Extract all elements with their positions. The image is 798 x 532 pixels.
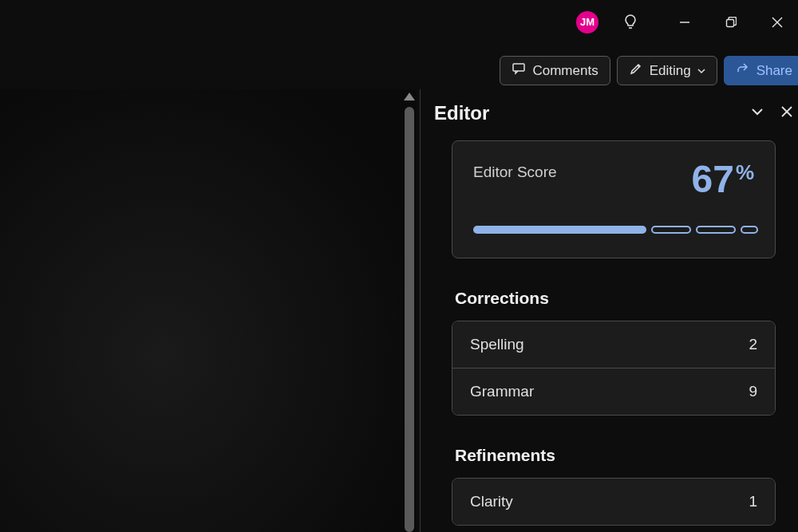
minimize-button[interactable] bbox=[670, 8, 699, 37]
list-item-spelling[interactable]: Spelling 2 bbox=[452, 321, 775, 368]
scroll-up-icon[interactable] bbox=[404, 93, 415, 100]
close-button[interactable] bbox=[763, 8, 792, 37]
ribbon-toolbar: Comments Editing Share bbox=[500, 56, 798, 85]
editing-label: Editing bbox=[650, 63, 691, 79]
pencil-icon bbox=[629, 61, 643, 80]
svg-rect-5 bbox=[513, 64, 524, 71]
editor-score-card[interactable]: Editor Score 67 % bbox=[452, 140, 776, 258]
corrections-list: Spelling 2 Grammar 9 bbox=[452, 321, 776, 416]
score-value: 67 % bbox=[691, 160, 754, 199]
list-count: 1 bbox=[749, 493, 757, 510]
collapse-icon[interactable] bbox=[750, 104, 764, 122]
editor-panel: Editor Editor Score 67 % Corrections bbox=[431, 96, 798, 532]
percent-symbol: % bbox=[736, 162, 754, 183]
avatar[interactable]: JM bbox=[576, 11, 598, 33]
comment-icon bbox=[512, 61, 526, 80]
progress-segment bbox=[696, 226, 736, 234]
refinements-list: Clarity 1 bbox=[452, 478, 776, 526]
score-progress bbox=[473, 226, 754, 234]
share-label: Share bbox=[757, 63, 792, 79]
restore-button[interactable] bbox=[717, 8, 745, 37]
progress-segment bbox=[651, 226, 691, 234]
list-item-grammar[interactable]: Grammar 9 bbox=[452, 368, 775, 415]
panel-divider bbox=[420, 89, 421, 532]
comments-button[interactable]: Comments bbox=[500, 56, 610, 85]
list-count: 9 bbox=[749, 383, 757, 400]
svg-rect-2 bbox=[727, 19, 734, 26]
lightbulb-icon[interactable] bbox=[616, 8, 645, 37]
editing-button[interactable]: Editing bbox=[617, 56, 717, 85]
corrections-heading: Corrections bbox=[455, 289, 798, 308]
panel-title: Editor bbox=[434, 102, 489, 124]
comments-label: Comments bbox=[532, 63, 598, 79]
list-label: Clarity bbox=[470, 493, 513, 510]
scrollbar-thumb[interactable] bbox=[405, 107, 414, 532]
share-button[interactable]: Share bbox=[724, 56, 798, 85]
scrollbar[interactable] bbox=[402, 89, 417, 532]
close-panel-icon[interactable] bbox=[780, 105, 793, 121]
refinements-heading: Refinements bbox=[455, 446, 798, 465]
chevron-down-icon bbox=[697, 63, 705, 79]
share-icon bbox=[736, 61, 750, 80]
list-label: Grammar bbox=[470, 383, 534, 400]
title-bar: JM bbox=[576, 0, 798, 44]
avatar-initials: JM bbox=[580, 16, 595, 28]
score-label: Editor Score bbox=[473, 164, 557, 181]
progress-segment bbox=[741, 226, 758, 234]
panel-header: Editor bbox=[431, 96, 798, 140]
list-label: Spelling bbox=[470, 336, 524, 353]
list-item-clarity[interactable]: Clarity 1 bbox=[452, 479, 775, 525]
progress-segment bbox=[473, 226, 646, 234]
document-area[interactable] bbox=[0, 89, 402, 532]
list-count: 2 bbox=[749, 336, 757, 353]
